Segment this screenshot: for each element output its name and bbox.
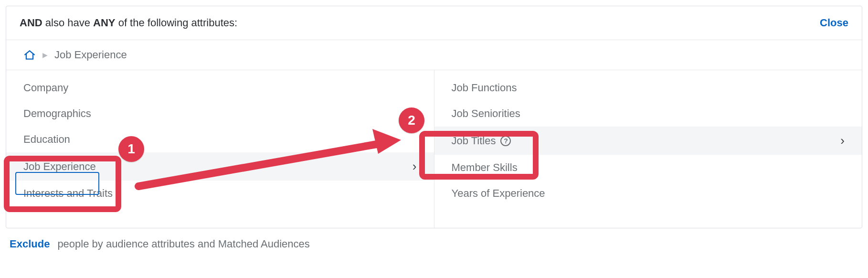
close-button[interactable]: Close	[820, 17, 848, 29]
chevron-right-icon: ›	[840, 133, 845, 148]
list-item-label: Job Functions	[452, 82, 517, 94]
category-column: Company Demographics Education Job Exper…	[6, 70, 434, 228]
chevron-right-icon: ›	[413, 159, 417, 174]
list-item-label: Education	[23, 133, 70, 146]
list-item-label: Job Titles	[452, 135, 496, 147]
footer-text: people by audience attributes and Matche…	[57, 238, 309, 250]
list-item-label: Job Experience	[23, 160, 96, 173]
list-item-label-wrap: Job Titles ?	[452, 135, 511, 147]
panel-title: AND also have ANY of the following attri…	[20, 17, 237, 29]
breadcrumb-current: Job Experience	[54, 49, 127, 61]
home-icon[interactable]	[23, 49, 36, 61]
category-education[interactable]: Education	[6, 127, 434, 152]
any-bold: ANY	[93, 17, 115, 29]
subcategory-job-titles[interactable]: Job Titles ? ›	[434, 127, 862, 155]
header-suffix: of the following attributes:	[116, 17, 238, 29]
breadcrumb: ▶ Job Experience	[6, 40, 862, 70]
list-item-label: Job Seniorities	[452, 107, 520, 120]
category-job-experience[interactable]: Job Experience ›	[6, 152, 434, 181]
subcategory-column: Job Functions Job Seniorities Job Titles…	[434, 70, 862, 228]
annotation-badge-2: 2	[399, 107, 424, 133]
and-bold: AND	[20, 17, 42, 29]
list-item-label: Demographics	[23, 107, 91, 120]
exclude-button[interactable]: Exclude	[10, 238, 50, 250]
list-item-label: Member Skills	[452, 161, 518, 174]
list-item-label: Company	[23, 82, 68, 94]
subcategory-job-functions[interactable]: Job Functions	[434, 75, 862, 101]
annotation-badge-1: 1	[118, 136, 144, 162]
help-icon[interactable]: ?	[500, 136, 511, 146]
subcategory-years-experience[interactable]: Years of Experience	[434, 181, 862, 206]
breadcrumb-separator-icon: ▶	[42, 51, 48, 59]
list-item-label: Interests and Traits	[23, 187, 113, 200]
panel-header: AND also have ANY of the following attri…	[6, 6, 862, 40]
subcategory-job-seniorities[interactable]: Job Seniorities	[434, 101, 862, 127]
header-mid: also have	[42, 17, 93, 29]
category-interests-traits[interactable]: Interests and Traits	[6, 181, 434, 206]
footer: Excludepeople by audience attributes and…	[6, 228, 862, 250]
list-item-label: Years of Experience	[452, 187, 545, 200]
category-demographics[interactable]: Demographics	[6, 101, 434, 127]
category-company[interactable]: Company	[6, 75, 434, 101]
subcategory-member-skills[interactable]: Member Skills	[434, 155, 862, 181]
attribute-panel: AND also have ANY of the following attri…	[6, 6, 862, 228]
